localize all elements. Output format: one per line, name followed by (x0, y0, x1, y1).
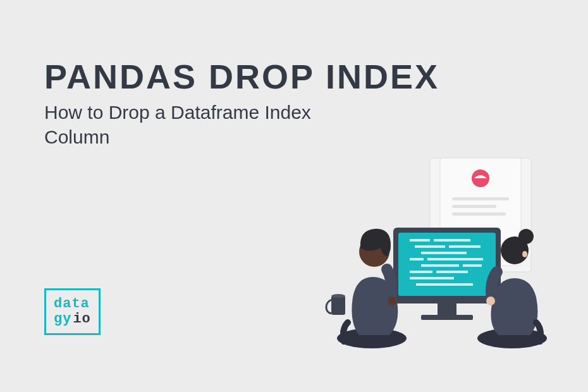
svg-point-31 (518, 229, 534, 244)
page-title: PANDAS DROP INDEX (44, 57, 439, 96)
svg-point-7 (331, 294, 345, 298)
svg-rect-10 (438, 303, 456, 315)
svg-rect-13 (434, 239, 470, 242)
svg-rect-3 (452, 197, 509, 200)
svg-rect-6 (331, 296, 345, 315)
svg-rect-20 (463, 264, 482, 267)
svg-point-28 (388, 297, 396, 305)
svg-rect-19 (421, 264, 459, 267)
logo-text-line2b: io (73, 312, 90, 327)
svg-rect-21 (410, 271, 432, 273)
svg-rect-14 (415, 245, 445, 248)
svg-rect-18 (427, 258, 483, 260)
svg-point-32 (522, 251, 527, 257)
svg-rect-11 (421, 315, 473, 320)
logo-text-line1: data (54, 297, 90, 312)
svg-rect-4 (452, 205, 496, 208)
svg-rect-24 (416, 283, 473, 286)
svg-rect-5 (452, 212, 506, 216)
svg-rect-16 (421, 252, 467, 254)
page-subtitle: How to Drop a Dataframe Index Column (44, 100, 373, 149)
svg-rect-17 (410, 258, 424, 260)
svg-rect-23 (410, 277, 454, 279)
svg-point-27 (362, 252, 367, 259)
brand-logo: data gyio (44, 288, 101, 335)
svg-rect-15 (449, 245, 481, 248)
logo-text-line2a: gy (54, 312, 71, 327)
svg-rect-12 (410, 239, 430, 242)
hero-illustration (297, 152, 563, 354)
svg-point-33 (486, 297, 495, 305)
svg-rect-22 (436, 271, 468, 273)
